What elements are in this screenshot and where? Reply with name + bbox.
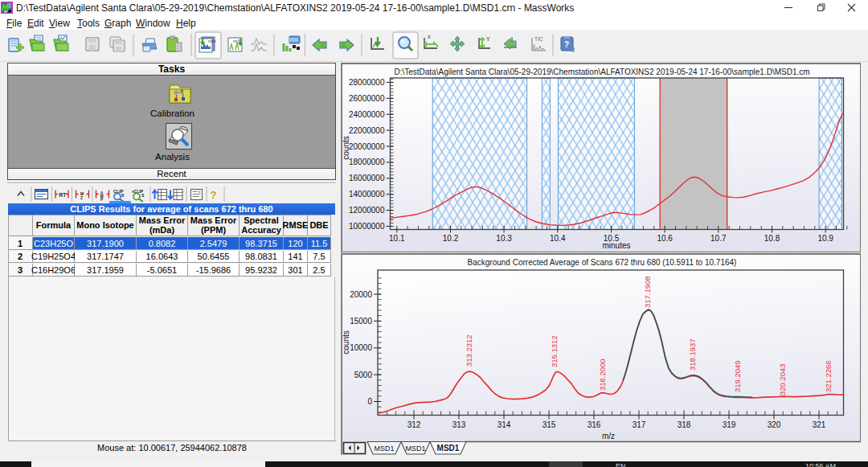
svg-text:15000: 15000: [350, 317, 372, 326]
svg-text:S: S: [141, 193, 145, 198]
svg-text:counts: counts: [342, 136, 350, 159]
svg-text:S: S: [121, 193, 125, 198]
svg-text:314: 314: [497, 420, 511, 429]
svg-text:10.7: 10.7: [710, 234, 727, 243]
svg-text:316.2000: 316.2000: [598, 358, 607, 391]
svg-text:10.3: 10.3: [496, 234, 512, 243]
svg-text:320.2043: 320.2043: [778, 363, 787, 395]
svg-text:MSD1: MSD1: [374, 444, 394, 453]
svg-text:28000000: 28000000: [349, 78, 385, 87]
svg-text:Z: Z: [80, 195, 83, 200]
svg-text:319.2049: 319.2049: [733, 360, 742, 392]
svg-text:318: 318: [678, 420, 691, 429]
svg-text:10000000: 10000000: [349, 222, 385, 231]
svg-text:22000000: 22000000: [349, 126, 385, 135]
svg-text:?: ?: [564, 40, 569, 49]
svg-text:10.6: 10.6: [657, 234, 673, 243]
svg-text:counts: counts: [342, 330, 350, 354]
svg-text:319: 319: [723, 420, 736, 429]
svg-text:10.2: 10.2: [443, 234, 459, 243]
svg-text:10.1: 10.1: [389, 234, 405, 243]
svg-text:318.1937: 318.1937: [688, 338, 697, 371]
svg-text:321: 321: [813, 420, 826, 429]
svg-text:10.8: 10.8: [764, 234, 780, 243]
svg-text:x: x: [428, 34, 431, 39]
svg-text:10.9: 10.9: [817, 234, 833, 243]
svg-text:minutes: minutes: [602, 241, 630, 250]
svg-text:5000: 5000: [354, 371, 373, 379]
svg-text:317.1908: 317.1908: [643, 276, 652, 308]
svg-text:321.2266: 321.2266: [824, 360, 833, 392]
svg-text:312: 312: [407, 420, 421, 429]
svg-text:315: 315: [542, 420, 556, 429]
svg-text:16000000: 16000000: [349, 174, 385, 182]
svg-text:313: 313: [452, 420, 466, 429]
svg-text:315.1312: 315.1312: [550, 335, 559, 367]
svg-text:10000: 10000: [350, 343, 372, 352]
svg-text:MSD1: MSD1: [405, 444, 425, 453]
svg-text:320: 320: [768, 420, 781, 429]
svg-text:TIC: TIC: [534, 36, 543, 42]
svg-text:Y: Y: [486, 36, 490, 42]
svg-text:MSD1: MSD1: [437, 444, 460, 453]
svg-text:12000000: 12000000: [349, 206, 385, 215]
svg-text:18000000: 18000000: [349, 158, 385, 166]
svg-text:?: ?: [211, 189, 217, 201]
svg-text:24000000: 24000000: [349, 110, 385, 119]
svg-text:min: min: [208, 39, 216, 43]
svg-text:0: 0: [367, 397, 372, 406]
svg-text:26000000: 26000000: [349, 94, 385, 103]
svg-text:P: P: [100, 198, 103, 202]
svg-text:313.2312: 313.2312: [465, 334, 473, 367]
svg-text:RT: RT: [59, 192, 67, 198]
svg-text:316: 316: [588, 420, 601, 429]
svg-text:20000000: 20000000: [349, 142, 385, 151]
svg-text:20000: 20000: [350, 290, 372, 299]
svg-text:10.4: 10.4: [550, 234, 566, 243]
svg-text:14000000: 14000000: [349, 190, 385, 199]
svg-text:317: 317: [633, 420, 646, 429]
